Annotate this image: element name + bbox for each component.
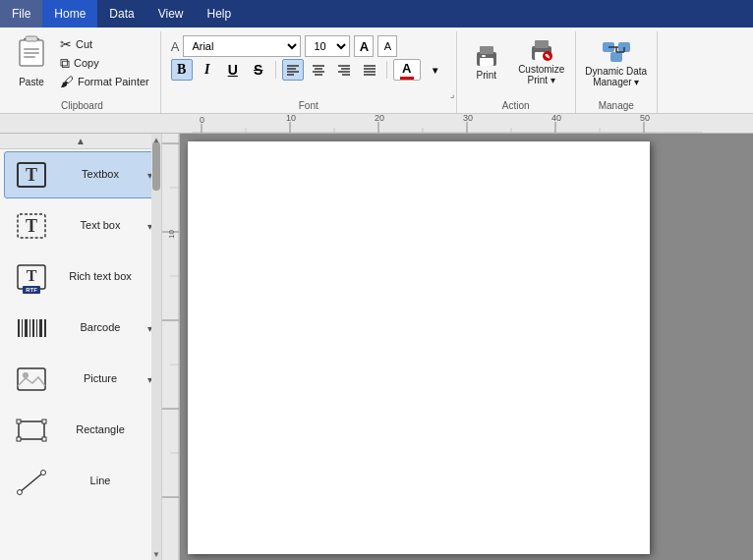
- ruler-svg: // marks at 0,10,20,30,40,50 spaced ~90p…: [192, 114, 703, 134]
- tool-sidebar: ▲ T Textbox ▾ T Text box ▾: [0, 134, 162, 560]
- textbox-icon: T: [13, 156, 50, 194]
- tool-item-line[interactable]: Line: [4, 458, 157, 505]
- format-painter-button[interactable]: 🖌 Format Painter: [55, 73, 154, 90]
- svg-line-80: [20, 473, 43, 492]
- clipboard-small-btns: ✂ Cut ⧉ Copy 🖌 Format Painter: [55, 33, 154, 90]
- rtf-icon-container: T RTF: [15, 260, 48, 294]
- svg-point-81: [18, 490, 23, 495]
- italic-button[interactable]: I: [197, 59, 218, 81]
- tool-item-barcode[interactable]: Barcode ▾: [4, 305, 157, 352]
- copy-icon: ⧉: [60, 55, 70, 72]
- clipboard-content: Paste ✂ Cut ⧉ Copy 🖌 Format Painter: [10, 33, 154, 98]
- format-painter-icon: 🖌: [60, 74, 74, 89]
- paste-icon: [16, 34, 47, 75]
- scroll-down-btn[interactable]: ▼: [151, 548, 161, 560]
- textbox2-icon: T: [13, 207, 50, 245]
- tool-item-rich-text-box[interactable]: T RTF Rich text box: [4, 253, 157, 301]
- action-group-label: Action: [463, 98, 569, 113]
- canvas-container: 10: [162, 134, 753, 560]
- action-content: Print ✎ CustomizePrint ▾: [463, 33, 569, 98]
- font-expand-icon[interactable]: ⌟: [450, 89, 454, 99]
- canvas-area: [180, 134, 753, 560]
- customize-print-button[interactable]: ✎ CustomizePrint ▾: [514, 33, 569, 88]
- dynamic-data-content: Dynamic DataManager ▾: [582, 33, 651, 98]
- svg-rect-79: [42, 437, 46, 441]
- tool-item-textbox[interactable]: T Textbox ▾: [4, 151, 157, 198]
- clipboard-group: Paste ✂ Cut ⧉ Copy 🖌 Format Painter Clip…: [4, 31, 161, 113]
- font-size-select[interactable]: 10 8 12 14: [305, 35, 350, 57]
- line-label: Line: [52, 475, 148, 487]
- scroll-up-arrow[interactable]: ▲: [0, 134, 161, 149]
- svg-text:RTF: RTF: [26, 287, 37, 293]
- barcode-label: Barcode: [52, 321, 148, 334]
- font-select[interactable]: Arial Times New Roman Calibri: [183, 35, 301, 57]
- dynamic-data-icon: [601, 34, 632, 66]
- tool-item-rectangle[interactable]: Rectangle: [4, 407, 157, 454]
- cut-icon: ✂: [60, 36, 72, 52]
- svg-text:20: 20: [375, 114, 384, 123]
- cut-button[interactable]: ✂ Cut: [55, 35, 154, 53]
- align-right-button[interactable]: [333, 59, 355, 81]
- tool-item-textbox2[interactable]: T Text box ▾: [4, 202, 157, 250]
- picture-label: Picture: [52, 372, 148, 385]
- color-dropdown-button[interactable]: ▾: [425, 59, 446, 81]
- svg-rect-4: [24, 52, 39, 54]
- divider2: [386, 61, 387, 79]
- font-controls: A Arial Times New Roman Calibri 10 8 12 …: [167, 33, 450, 83]
- svg-rect-65: [18, 319, 20, 337]
- svg-rect-23: [480, 46, 493, 54]
- vertical-ruler-svg: 10: [162, 134, 180, 560]
- tool-item-picture[interactable]: Picture ▾: [4, 356, 157, 403]
- svg-rect-71: [39, 319, 42, 337]
- copy-button[interactable]: ⧉ Copy: [55, 54, 154, 72]
- divider: [275, 61, 276, 79]
- page: [188, 141, 650, 554]
- svg-rect-72: [44, 319, 46, 337]
- menu-file[interactable]: File: [0, 0, 42, 28]
- scroll-up-btn[interactable]: ▲: [151, 134, 161, 145]
- svg-rect-70: [36, 319, 37, 337]
- bold-button[interactable]: B: [171, 59, 193, 81]
- svg-rect-83: [162, 134, 180, 560]
- font-color-bar: [400, 77, 414, 80]
- font-color-button[interactable]: A: [393, 59, 421, 81]
- menu-help[interactable]: Help: [196, 0, 244, 28]
- cut-label: Cut: [76, 38, 92, 50]
- sidebar-scrollbar[interactable]: ▲ ▼: [151, 134, 161, 560]
- align-left-button[interactable]: [282, 59, 304, 81]
- print-button[interactable]: Print: [463, 33, 510, 88]
- svg-rect-3: [24, 48, 39, 50]
- font-shrink-button[interactable]: A: [377, 35, 397, 57]
- menu-view[interactable]: View: [146, 0, 196, 28]
- underline-button[interactable]: U: [222, 59, 244, 81]
- svg-text:40: 40: [551, 114, 561, 123]
- rectangle-label: Rectangle: [52, 423, 148, 436]
- align-center-button[interactable]: [308, 59, 329, 81]
- svg-point-82: [41, 471, 46, 476]
- line-icon: [13, 463, 50, 500]
- font-row-1: A Arial Times New Roman Calibri 10 8 12 …: [171, 35, 446, 57]
- svg-text:30: 30: [463, 114, 473, 123]
- barcode-icon: [13, 309, 50, 347]
- paste-button[interactable]: Paste: [10, 33, 53, 88]
- rectangle-icon: [13, 412, 50, 449]
- textbox2-label: Text box: [52, 219, 148, 232]
- svg-rect-33: [610, 52, 622, 62]
- svg-rect-73: [18, 368, 45, 390]
- svg-rect-69: [32, 319, 34, 337]
- svg-text:✎: ✎: [545, 53, 550, 60]
- font-grow-button[interactable]: A: [354, 35, 374, 57]
- rich-text-box-label: Rich text box: [52, 270, 148, 283]
- dynamic-data-button[interactable]: Dynamic DataManager ▾: [582, 33, 651, 88]
- menu-home[interactable]: Home: [42, 0, 97, 28]
- strikethrough-button[interactable]: S: [248, 59, 269, 81]
- svg-rect-2: [26, 36, 37, 41]
- svg-text:10: 10: [286, 114, 296, 123]
- align-justify-button[interactable]: [359, 59, 380, 81]
- scrollbar-thumb[interactable]: [152, 141, 160, 191]
- menu-data[interactable]: Data: [97, 0, 145, 28]
- svg-rect-78: [17, 437, 21, 441]
- font-color-icon: A: [402, 61, 411, 76]
- font-row-2: B I U S: [171, 59, 446, 81]
- svg-text:T: T: [27, 267, 37, 284]
